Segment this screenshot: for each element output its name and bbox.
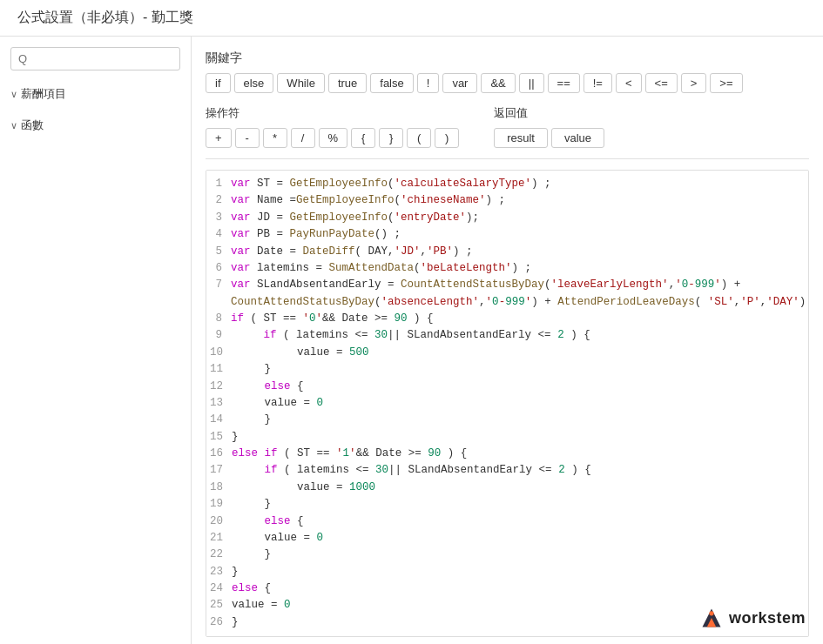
code-line: 8if ( ST == '0'&& Date >= 90 ) { (206, 311, 808, 327)
content-area: 關鍵字 ifelseWhiletruefalse!var&&||==!=<<=>… (192, 37, 823, 644)
line-number: 18 (206, 480, 232, 496)
sidebar-section-payroll: ∨ 薪酬項目 (10, 83, 180, 105)
line-number: 5 (206, 244, 231, 260)
keyword-button[interactable]: else (234, 73, 274, 93)
line-number: 15 (206, 429, 232, 446)
line-code: value = 500 (232, 345, 808, 361)
keywords-section: 關鍵字 ifelseWhiletruefalse!var&&||==!=<<=>… (206, 50, 809, 93)
keyword-button[interactable]: >= (710, 73, 742, 93)
line-number: 2 (206, 192, 231, 209)
code-line: 20 else { (206, 513, 808, 530)
keyword-button[interactable]: false (370, 73, 413, 93)
operator-buttons: +-*/%{}() (206, 128, 459, 148)
line-number: 7 (206, 277, 231, 293)
operators-label: 操作符 (206, 105, 459, 121)
code-line: 14 } (206, 412, 808, 428)
line-number: 1 (206, 176, 231, 192)
line-number: 16 (206, 446, 232, 462)
sidebar: ∨ 薪酬項目 ∨ 函數 (0, 37, 192, 644)
keyword-button[interactable]: While (277, 73, 325, 93)
line-number: 19 (206, 496, 232, 513)
code-line: 11 } (206, 361, 808, 378)
code-line: 2var Name =GetEmployeeInfo('chineseName'… (206, 192, 808, 209)
code-line: 23} (206, 564, 808, 580)
return-value-button[interactable]: result (494, 128, 548, 148)
code-line: 24else { (206, 580, 808, 597)
code-line: 18 value = 1000 (206, 480, 808, 496)
chevron-icon: ∨ (10, 120, 17, 131)
code-line: 6var latemins = SumAttendData('beLateLen… (206, 260, 808, 277)
line-code: } (232, 547, 808, 563)
keyword-button[interactable]: != (584, 73, 612, 93)
line-number: 6 (206, 260, 231, 277)
page-title: 公式設置（非必填）- 勤工獎 (17, 9, 193, 27)
line-code: value = 0 (232, 395, 808, 412)
code-line: 21 value = 0 (206, 530, 808, 547)
code-line: 7var SLandAbsentandEarly = CountAttendSt… (206, 277, 808, 293)
search-input[interactable] (18, 52, 172, 65)
line-code: else if ( ST == '1'&& Date >= 90 ) { (232, 446, 808, 462)
main-layout: ∨ 薪酬項目 ∨ 函數 關鍵字 ifelseWhiletruefalse!var… (0, 37, 823, 644)
operator-button[interactable]: * (263, 128, 287, 148)
search-wrap[interactable] (10, 47, 180, 70)
operator-button[interactable]: ) (435, 128, 459, 148)
line-number: 26 (206, 614, 232, 631)
line-code: if ( latemins <= 30|| SLandAbsentandEarl… (231, 327, 808, 344)
keyword-button[interactable]: > (681, 73, 707, 93)
line-number: 21 (206, 530, 232, 547)
sidebar-item-payroll[interactable]: ∨ 薪酬項目 (10, 83, 180, 105)
keyword-button[interactable]: && (481, 73, 515, 93)
code-editor[interactable]: 1var ST = GetEmployeeInfo('calculateSala… (206, 170, 809, 637)
header: 公式設置（非必填）- 勤工獎 (0, 0, 823, 37)
keyword-button[interactable]: ! (417, 73, 440, 93)
line-number: 24 (206, 580, 232, 597)
keyword-button[interactable]: || (519, 73, 544, 93)
line-number: 20 (206, 513, 232, 530)
operator-button[interactable]: } (379, 128, 403, 148)
line-number: 4 (206, 226, 231, 243)
line-number: 8 (206, 311, 231, 327)
line-code: } (232, 564, 808, 580)
operator-button[interactable]: - (235, 128, 260, 148)
sidebar-item-label: 薪酬項目 (21, 86, 66, 102)
line-number: 23 (206, 564, 232, 580)
brand-logo: workstem (699, 606, 806, 630)
line-code: } (232, 412, 808, 428)
line-code: var ST = GetEmployeeInfo('calculateSalar… (231, 176, 808, 192)
operator-button[interactable]: / (291, 128, 315, 148)
operator-button[interactable]: % (319, 128, 348, 148)
operator-button[interactable]: { (351, 128, 375, 148)
operator-button[interactable]: ( (407, 128, 431, 148)
line-number: 12 (206, 379, 232, 395)
operator-button[interactable]: + (206, 128, 232, 148)
code-line: 13 value = 0 (206, 395, 808, 412)
line-number: 3 (206, 210, 231, 226)
line-number: 13 (206, 395, 232, 412)
code-line: 22 } (206, 547, 808, 563)
code-line: 1var ST = GetEmployeeInfo('calculateSala… (206, 176, 808, 192)
keyword-button[interactable]: <= (645, 73, 678, 93)
code-line: 17 if ( latemins <= 30|| SLandAbsentandE… (206, 462, 808, 479)
code-line: 5var Date = DateDiff( DAY,'JD','PB') ; (206, 244, 808, 260)
sidebar-item-functions[interactable]: ∨ 函數 (10, 114, 180, 137)
line-code: if ( latemins <= 30|| SLandAbsentandEarl… (232, 462, 808, 479)
code-line: 10 value = 500 (206, 345, 808, 361)
operators-col: 操作符 +-*/%{}() (206, 105, 459, 148)
line-code: value = 1000 (232, 480, 808, 496)
line-number: 9 (206, 327, 231, 344)
keyword-button[interactable]: == (548, 73, 580, 93)
sidebar-section-functions: ∨ 函數 (10, 114, 180, 137)
return-label: 返回值 (494, 105, 604, 121)
keyword-button[interactable]: < (616, 73, 642, 93)
code-line: 16else if ( ST == '1'&& Date >= 90 ) { (206, 446, 808, 462)
keyword-button[interactable]: if (206, 73, 231, 93)
return-value-button[interactable]: value (551, 128, 604, 148)
line-code: var JD = GetEmployeeInfo('entryDate'); (231, 210, 808, 226)
keyword-button[interactable]: var (442, 73, 477, 93)
line-code: var latemins = SumAttendData('beLateLeng… (231, 260, 808, 277)
line-number: 10 (206, 345, 232, 361)
keyword-button[interactable]: true (328, 73, 367, 93)
line-code: else { (232, 379, 808, 395)
line-code: var PB = PayRunPayDate() ; (231, 226, 808, 243)
line-code: var Name =GetEmployeeInfo('chineseName')… (231, 192, 808, 209)
